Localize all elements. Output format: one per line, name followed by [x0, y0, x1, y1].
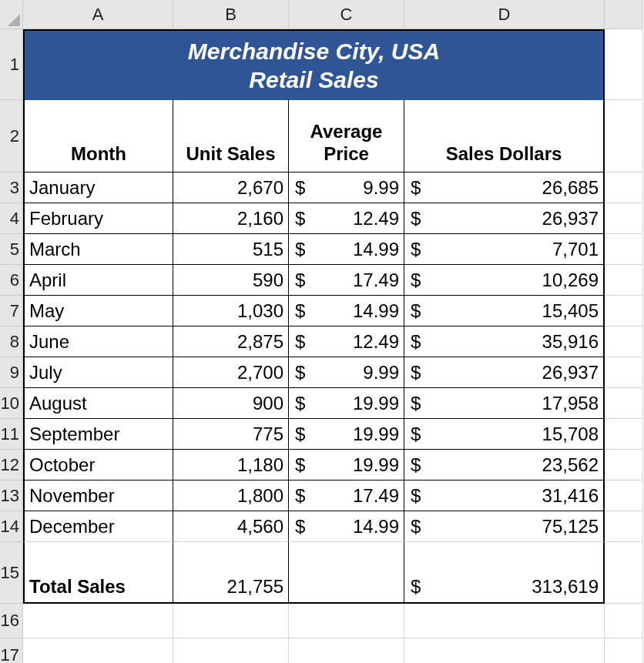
cell-D16[interactable] — [404, 604, 605, 638]
cell-A17[interactable] — [23, 638, 173, 663]
row-header-8[interactable]: 8 — [0, 326, 23, 357]
cell-unit-sales[interactable]: 2,160 — [173, 203, 289, 234]
cell-B16[interactable] — [173, 604, 289, 638]
row-header-7[interactable]: 7 — [0, 296, 23, 326]
cell-avg-price[interactable]: $19.99 — [289, 450, 404, 481]
cell-blank[interactable] — [605, 296, 643, 326]
cell-unit-sales[interactable]: 775 — [173, 419, 289, 450]
title-cell[interactable]: Merchandise City, USA Retail Sales — [23, 29, 605, 100]
cell-avg-price[interactable]: $19.99 — [289, 388, 404, 419]
cell-unit-sales[interactable]: 590 — [173, 265, 289, 296]
cell-avg-price[interactable]: $19.99 — [289, 419, 404, 450]
total-label[interactable]: Total Sales — [23, 542, 173, 604]
cell-sales-dollars[interactable]: $31,416 — [404, 481, 605, 511]
cell-blank[interactable] — [605, 357, 643, 388]
cell-month[interactable]: March — [23, 234, 173, 265]
cell-month[interactable]: December — [23, 511, 173, 542]
cell-sales-dollars[interactable]: $7,701 — [404, 234, 605, 265]
header-sales-dollars[interactable]: Sales Dollars — [404, 100, 605, 172]
cell-avg-price[interactable]: $17.49 — [289, 481, 404, 511]
cell-E2[interactable] — [605, 100, 643, 172]
row-header-16[interactable]: 16 — [0, 604, 23, 638]
cell-unit-sales[interactable]: 515 — [173, 234, 289, 265]
cell-unit-sales[interactable]: 2,700 — [173, 357, 289, 388]
row-header-11[interactable]: 11 — [0, 419, 23, 450]
cell-B17[interactable] — [173, 638, 289, 663]
row-header-3[interactable]: 3 — [0, 172, 23, 203]
cell-avg-price[interactable]: $12.49 — [289, 326, 404, 357]
cell-avg-price[interactable]: $17.49 — [289, 265, 404, 296]
cell-sales-dollars[interactable]: $15,405 — [404, 296, 605, 326]
cell-blank[interactable] — [605, 388, 643, 419]
cell-blank[interactable] — [605, 419, 643, 450]
cell-avg-price[interactable]: $9.99 — [289, 357, 404, 388]
cell-blank[interactable] — [605, 450, 643, 481]
cell-month[interactable]: October — [23, 450, 173, 481]
row-header-13[interactable]: 13 — [0, 481, 23, 511]
cell-sales-dollars[interactable]: $75,125 — [404, 511, 605, 542]
cell-month[interactable]: January — [23, 172, 173, 203]
cell-sales-dollars[interactable]: $10,269 — [404, 265, 605, 296]
cell-month[interactable]: April — [23, 265, 173, 296]
cell-E16[interactable] — [605, 604, 643, 638]
col-header-A[interactable]: A — [23, 0, 173, 29]
row-header-10[interactable]: 10 — [0, 388, 23, 419]
cell-sales-dollars[interactable]: $23,562 — [404, 450, 605, 481]
cell-sales-dollars[interactable]: $35,916 — [404, 326, 605, 357]
cell-unit-sales[interactable]: 1,800 — [173, 481, 289, 511]
total-avg-price[interactable] — [289, 542, 404, 604]
cell-unit-sales[interactable]: 4,560 — [173, 511, 289, 542]
cell-month[interactable]: September — [23, 419, 173, 450]
cell-D17[interactable] — [404, 638, 605, 663]
row-header-12[interactable]: 12 — [0, 450, 23, 481]
cell-unit-sales[interactable]: 1,180 — [173, 450, 289, 481]
header-month[interactable]: Month — [23, 100, 173, 172]
cell-month[interactable]: July — [23, 357, 173, 388]
cell-month[interactable]: November — [23, 481, 173, 511]
header-unit-sales[interactable]: Unit Sales — [173, 100, 289, 172]
cell-E1[interactable] — [605, 29, 643, 100]
select-all-corner[interactable] — [0, 0, 23, 29]
cell-E17[interactable] — [605, 638, 643, 663]
row-header-14[interactable]: 14 — [0, 511, 23, 542]
row-header-15[interactable]: 15 — [0, 542, 23, 604]
col-header-E[interactable] — [605, 0, 643, 29]
cell-C16[interactable] — [289, 604, 404, 638]
row-header-17[interactable]: 17 — [0, 638, 23, 663]
cell-sales-dollars[interactable]: $15,708 — [404, 419, 605, 450]
col-header-B[interactable]: B — [173, 0, 289, 29]
row-header-6[interactable]: 6 — [0, 265, 23, 296]
cell-month[interactable]: May — [23, 296, 173, 326]
row-header-4[interactable]: 4 — [0, 203, 23, 234]
row-header-9[interactable]: 9 — [0, 357, 23, 388]
cell-blank[interactable] — [605, 203, 643, 234]
cell-month[interactable]: August — [23, 388, 173, 419]
total-unit-sales[interactable]: 21,755 — [173, 542, 289, 604]
cell-unit-sales[interactable]: 1,030 — [173, 296, 289, 326]
cell-blank[interactable] — [605, 511, 643, 542]
col-header-D[interactable]: D — [404, 0, 605, 29]
cell-avg-price[interactable]: $14.99 — [289, 234, 404, 265]
cell-sales-dollars[interactable]: $26,937 — [404, 357, 605, 388]
cell-month[interactable]: June — [23, 326, 173, 357]
cell-sales-dollars[interactable]: $17,958 — [404, 388, 605, 419]
total-sales-dollars[interactable]: $313,619 — [404, 542, 605, 604]
row-header-1[interactable]: 1 — [0, 29, 23, 100]
cell-blank[interactable] — [605, 234, 643, 265]
row-header-2[interactable]: 2 — [0, 100, 23, 172]
cell-month[interactable]: February — [23, 203, 173, 234]
cell-blank[interactable] — [605, 265, 643, 296]
cell-unit-sales[interactable]: 900 — [173, 388, 289, 419]
cell-unit-sales[interactable]: 2,670 — [173, 172, 289, 203]
cell-blank[interactable] — [605, 326, 643, 357]
col-header-C[interactable]: C — [289, 0, 404, 29]
cell-A16[interactable] — [23, 604, 173, 638]
cell-avg-price[interactable]: $14.99 — [289, 511, 404, 542]
cell-unit-sales[interactable]: 2,875 — [173, 326, 289, 357]
cell-C17[interactable] — [289, 638, 404, 663]
cell-avg-price[interactable]: $12.49 — [289, 203, 404, 234]
cell-blank[interactable] — [605, 172, 643, 203]
header-avg-price[interactable]: Average Price — [289, 100, 404, 172]
cell-sales-dollars[interactable]: $26,685 — [404, 172, 605, 203]
row-header-5[interactable]: 5 — [0, 234, 23, 265]
